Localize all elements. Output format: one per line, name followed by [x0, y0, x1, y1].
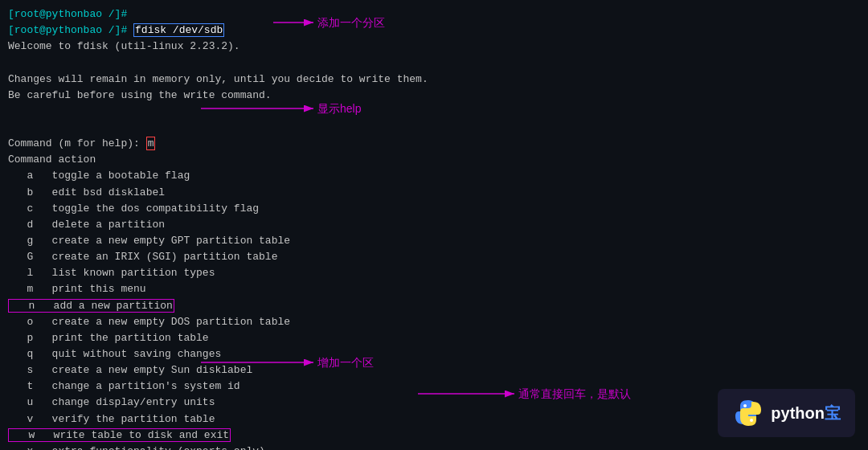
logo-container: python宝 [718, 389, 855, 437]
line-17: l list known partition types [8, 265, 860, 281]
line-5: Changes will remain in memory only, unti… [8, 72, 860, 88]
line-15: g create a new empty GPT partition table [8, 233, 860, 249]
line-4 [8, 55, 860, 71]
logo-python: python [771, 404, 825, 422]
line-9: Command (m for help): m [8, 136, 860, 152]
line-3: Welcome to fdisk (util-linux 2.23.2). [8, 39, 860, 55]
line-22: q quit without saving changes [8, 346, 860, 362]
line-19-n: n add a new partition [8, 298, 860, 314]
line-2: [root@pythonbao /]# fdisk /dev/sdb [8, 22, 860, 39]
line-21: p print the partition table [8, 330, 860, 346]
line-16: G create an IRIX (SGI) partition table [8, 249, 860, 265]
terminal-window: [root@pythonbao /]# [root@pythonbao /]# … [0, 0, 868, 450]
python-icon [732, 397, 764, 429]
line-10: Command action [8, 152, 860, 168]
line-6: Be careful before using the write comman… [8, 88, 860, 104]
line-7 [8, 104, 860, 120]
line-12: b edit bsd disklabel [8, 185, 860, 201]
svg-point-2 [743, 404, 747, 407]
line-18: m print this menu [8, 281, 860, 297]
line-1: [root@pythonbao /]# [8, 6, 860, 22]
line-13: c toggle the dos compatibility flag [8, 201, 860, 217]
line-20: o create a new empty DOS partition table [8, 314, 860, 330]
line-11: a toggle a bootable flag [8, 168, 860, 184]
line-8 [8, 120, 860, 136]
logo-bao: 宝 [825, 404, 841, 422]
line-23: s create a new empty Sun disklabel [8, 362, 860, 378]
svg-point-3 [750, 419, 753, 422]
line-28: x extra functionality (experts only) [8, 444, 860, 450]
logo-text: python宝 [771, 403, 841, 424]
line-14: d delete a partition [8, 217, 860, 233]
